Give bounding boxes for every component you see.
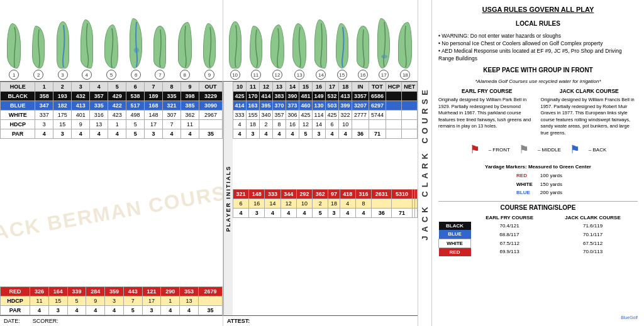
scorer-label: SCORER: (33, 318, 58, 324)
hdcp-label: HDCP (1, 120, 35, 129)
middle-tables-wrap: 101112 131415 161718 INTOT HCPNET 425 17… (233, 82, 418, 315)
course-rating-heading: COURSE RATING/SLOPE (438, 201, 638, 212)
course-rating-section: COURSE RATING/SLOPE EARL FRY COURSE JACK… (438, 201, 638, 256)
rating-white-jcc: 67.5/112 (548, 239, 638, 247)
hole-label: HOLE (1, 82, 35, 92)
keep-pace-heading: KEEP PACE WITH GROUP IN FRONT (438, 66, 638, 75)
rating-red-label: RED (439, 247, 471, 256)
date-scorer-row: DATE: SCORER: (0, 315, 223, 326)
hole-num-13: 13 (294, 70, 304, 80)
earl-fry-desc: EARL FRY COURSE Originally designed by W… (438, 88, 536, 136)
hole-num-2: 2 (33, 70, 43, 80)
hole-diagram-7: 7 (153, 26, 166, 80)
yardage-red-label: RED (511, 171, 538, 180)
hole-num-12: 12 (272, 70, 282, 80)
jack-clark-desc: JACK CLARK COURSE Originally designed by… (541, 88, 638, 136)
rating-white-row: WHITE 67.5/112 67.5/112 (439, 239, 638, 247)
flag-indicators: ⚑ – FRONT ⚑ – MIDDLE ⚑ – BACK (438, 142, 638, 158)
par-label: PAR (1, 129, 35, 139)
rating-black-row: BLACK 70.4/121 71.6/119 (439, 222, 638, 230)
hole-num-14: 14 (316, 70, 326, 80)
earl-fry-heading: EARL FRY COURSE (438, 88, 536, 95)
hole-num-15: 15 (337, 70, 347, 80)
hole-diagram-18: 18 (398, 22, 412, 80)
hole-num-3: 3 (58, 70, 68, 80)
hole-num-6: 6 (131, 70, 141, 80)
hole-diagram-1: 1 (7, 23, 21, 80)
hole-diagram-17: 17 (377, 18, 390, 80)
jack-clark-text: JACK CLARK COURSE (420, 86, 430, 241)
yardage-red-yards: 100 yards (538, 171, 565, 180)
yardage-heading: Yardage Markers: Measured to Green Cente… (438, 163, 638, 170)
right-panel: USGA RULES GOVERN ALL PLAY LOCAL RULES W… (432, 0, 644, 326)
hole-num-16: 16 (358, 70, 368, 80)
rating-black-jcc: 71.6/119 (548, 222, 638, 230)
hole-diagram-13: 13 (292, 23, 306, 80)
hole-num-1: 1 (9, 70, 19, 80)
attest-row: ATTEST: (223, 315, 418, 326)
yardage-row-red: RED 100 yards (511, 171, 565, 180)
player-initials-col: PLAYER INITIALS (223, 82, 233, 315)
rule-3: AED Medical Response units located at EF… (438, 48, 638, 63)
middle-panel: 10 11 12 13 (223, 0, 418, 326)
rating-white-efc: 67.5/112 (471, 239, 548, 247)
rule-2: No personal Ice Chest or Coolers allowed… (438, 40, 638, 48)
rating-black-label: BLACK (439, 222, 471, 230)
rating-blue-label: BLUE (439, 230, 471, 239)
hole-num-7: 7 (155, 70, 165, 80)
blue-label: BLUE (1, 101, 35, 111)
middle-table-section: PLAYER INITIALS 101112 131415 161718 INT… (223, 82, 418, 326)
hole-num-18: 18 (400, 70, 410, 80)
yardage-row-white: WHITE 150 yards (511, 180, 565, 188)
main-heading: USGA RULES GOVERN ALL PLAY (438, 5, 638, 14)
hole-num-17: 17 (379, 70, 389, 80)
flag-front-label: – FRONT (489, 146, 510, 153)
rating-table: EARL FRY COURSE JACK CLARK COURSE BLACK … (438, 214, 638, 256)
jack-clark-desc-text: Originally designed by William Francis B… (541, 97, 635, 136)
rating-header-row: EARL FRY COURSE JACK CLARK COURSE (439, 214, 638, 222)
hole-diagrams-middle: 10 11 12 13 (223, 0, 418, 82)
hole-num-4: 4 (82, 70, 92, 80)
hole-diagram-2: 2 (32, 26, 45, 80)
rule-1: WARNING: Do not enter water hazards or s… (438, 33, 638, 40)
hole-diagram-16: 16 (357, 26, 369, 80)
rating-white-label: WHITE (439, 239, 471, 247)
hole-diagram-10: 10 (229, 21, 242, 80)
yardage-row-blue: BLUE 200 yards (511, 188, 565, 197)
watermark-text: JACK BERMAN COURSE (0, 178, 223, 247)
hdcp2-label: HDCP (1, 296, 30, 306)
hole-num-9: 9 (204, 70, 214, 80)
hole-num-5: 5 (106, 70, 116, 80)
hole-diagrams-left: 1 2 3 4 (0, 0, 223, 82)
hole-diagram-8: 8 (178, 22, 192, 80)
flag-white-icon: ⚑ (519, 142, 529, 158)
flag-red-icon: ⚑ (470, 142, 480, 158)
svg-point-1 (381, 55, 387, 58)
flag-middle-label: – MIDDLE (538, 146, 561, 153)
hole-diagram-15: 15 (336, 23, 348, 80)
hole-diagram-3: 3 (57, 21, 69, 80)
hole-num-8: 8 (180, 70, 190, 80)
middle-table-with-initials: PLAYER INITIALS 101112 131415 161718 INT… (223, 82, 418, 315)
hole-num-10: 10 (230, 70, 240, 80)
svg-point-0 (134, 48, 139, 53)
rating-jcc-header: JACK CLARK COURSE (548, 214, 638, 222)
attest-label: ATTEST: (227, 318, 250, 324)
rating-red-row: RED 69.9/113 70.0/113 (439, 247, 638, 256)
hole-diagram-12: 12 (270, 24, 284, 80)
jack-clark-sidebar: JACK CLARK COURSE (418, 0, 432, 326)
rating-black-efc: 70.4/121 (471, 222, 548, 230)
yardage-white-label: WHITE (511, 180, 538, 188)
rating-blue-efc: 68.8/117 (471, 230, 548, 239)
courses-row: EARL FRY COURSE Originally designed by W… (438, 88, 638, 136)
rating-red-efc: 69.9/113 (471, 247, 548, 256)
left-score-table: HOLE 123 456 789 OUT BLACK 358 193 432 3… (0, 82, 223, 139)
rating-efc-header: EARL FRY COURSE (471, 214, 548, 222)
watermark-area: JACK BERMAN COURSE (0, 139, 223, 286)
flag-back-label: – BACK (589, 146, 606, 153)
middle-watermark (233, 139, 418, 189)
jack-clark-heading: JACK CLARK COURSE (541, 88, 638, 95)
white-label: WHITE (1, 111, 35, 120)
hole-diagram-11: 11 (250, 26, 262, 80)
earl-fry-desc-text: Originally designed by William Park Bell… (438, 97, 531, 129)
